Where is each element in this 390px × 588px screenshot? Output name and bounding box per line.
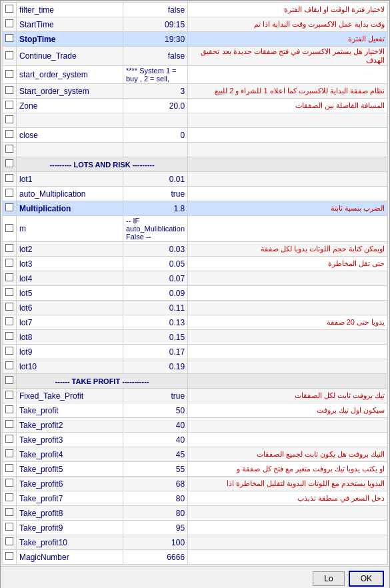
row-value[interactable]: 100 xyxy=(123,535,188,550)
row-value[interactable]: 55 xyxy=(123,462,188,477)
row-name: m xyxy=(17,216,123,242)
row-check[interactable] xyxy=(3,242,17,257)
row-check[interactable] xyxy=(3,99,17,113)
row-check[interactable] xyxy=(3,157,17,172)
row-comment: تفعيل الفترة xyxy=(188,32,388,47)
row-check[interactable] xyxy=(3,201,17,216)
row-comment: وقت بداية عمل الاكسبرت وقت البداية اذا ت… xyxy=(188,17,388,32)
row-check[interactable] xyxy=(3,187,17,201)
row-check[interactable] xyxy=(3,315,17,330)
row-name xyxy=(17,113,123,128)
row-name: Zone xyxy=(17,99,123,113)
row-comment: يدويا حتى 20 صفقة xyxy=(188,315,388,330)
row-check[interactable] xyxy=(3,330,17,345)
row-check[interactable] xyxy=(3,491,17,506)
row-value[interactable]: 0.09 xyxy=(123,286,188,301)
row-value[interactable]: 95 xyxy=(123,521,188,535)
row-comment xyxy=(188,359,388,374)
row-value[interactable] xyxy=(123,113,188,128)
params-table: filter_time false لاختيار فترة الوقت او … xyxy=(2,2,388,565)
row-check[interactable] xyxy=(3,143,17,157)
row-check[interactable] xyxy=(3,535,17,550)
row-check[interactable] xyxy=(3,462,17,477)
row-check[interactable] xyxy=(3,301,17,315)
row-value[interactable]: 40 xyxy=(123,433,188,447)
row-value[interactable] xyxy=(123,143,188,157)
row-check[interactable] xyxy=(3,345,17,359)
row-comment xyxy=(188,345,388,359)
row-value[interactable]: 50 xyxy=(123,403,188,418)
row-name: start_order_system xyxy=(17,66,123,84)
row-check[interactable] xyxy=(3,521,17,535)
row-check[interactable] xyxy=(3,84,17,99)
row-check[interactable] xyxy=(3,32,17,47)
row-value[interactable]: 0 xyxy=(123,128,188,143)
row-value[interactable]: 6666 xyxy=(123,550,188,565)
row-value[interactable]: false xyxy=(123,3,188,17)
row-check[interactable] xyxy=(3,389,17,403)
row-check[interactable] xyxy=(3,257,17,271)
row-check[interactable] xyxy=(3,113,17,128)
row-value[interactable]: 0.11 xyxy=(123,301,188,315)
row-value[interactable]: 0.19 xyxy=(123,359,188,374)
row-name: Take_profit5 xyxy=(17,462,123,477)
row-check[interactable] xyxy=(3,66,17,84)
row-check[interactable] xyxy=(3,17,17,32)
row-check[interactable] xyxy=(3,286,17,301)
row-check[interactable] xyxy=(3,433,17,447)
row-value[interactable]: 80 xyxy=(123,491,188,506)
row-value[interactable]: 0.17 xyxy=(123,345,188,359)
row-name: lot8 xyxy=(17,330,123,345)
row-value[interactable]: 80 xyxy=(123,506,188,521)
row-value[interactable]: true xyxy=(123,389,188,403)
row-comment xyxy=(188,418,388,433)
row-value[interactable]: 0.07 xyxy=(123,271,188,286)
row-value[interactable]: false xyxy=(123,47,188,66)
row-check[interactable] xyxy=(3,418,17,433)
row-value[interactable]: 0.15 xyxy=(123,330,188,345)
ok-button[interactable]: OK xyxy=(349,571,384,587)
row-check[interactable] xyxy=(3,374,17,389)
row-value[interactable]: 3 xyxy=(123,84,188,99)
row-value[interactable]: 19:30 xyxy=(123,32,188,47)
row-check[interactable] xyxy=(3,403,17,418)
row-name: Take_profit10 xyxy=(17,535,123,550)
row-value[interactable]: 0.03 xyxy=(123,242,188,257)
row-comment: او يكتب يدويا تيك بروفت متغير مع فتح كل … xyxy=(188,462,388,477)
row-name: auto_Multiplication xyxy=(17,187,123,201)
row-check[interactable] xyxy=(3,271,17,286)
row-comment xyxy=(188,521,388,535)
row-comment xyxy=(188,286,388,301)
row-value[interactable]: 45 xyxy=(123,447,188,462)
footer: Lo OK xyxy=(1,566,389,588)
row-name: close xyxy=(17,128,123,143)
row-check[interactable] xyxy=(3,506,17,521)
row-check[interactable] xyxy=(3,447,17,462)
row-check[interactable] xyxy=(3,172,17,187)
row-value[interactable]: **** System 1 = buy , 2 = sell, xyxy=(123,66,188,84)
row-comment: اويمكن كتابة حجم اللوتات يدويا لكل صفقة xyxy=(188,242,388,257)
row-value[interactable]: true xyxy=(123,187,188,201)
lo-button[interactable]: Lo xyxy=(313,571,344,586)
row-check[interactable] xyxy=(3,3,17,17)
row-comment: سيكون اول تيك بروفت xyxy=(188,403,388,418)
row-value[interactable]: 0.01 xyxy=(123,172,188,187)
row-value[interactable]: 0.05 xyxy=(123,257,188,271)
row-value[interactable]: 20.0 xyxy=(123,99,188,113)
row-value[interactable]: -- IF auto_Muliblication False -- xyxy=(123,216,188,242)
row-check[interactable] xyxy=(3,550,17,565)
row-value[interactable]: 0.13 xyxy=(123,315,188,330)
row-check[interactable] xyxy=(3,216,17,242)
row-check[interactable] xyxy=(3,477,17,491)
row-comment xyxy=(188,535,388,550)
row-value[interactable]: 1.8 xyxy=(123,201,188,216)
row-value[interactable]: 40 xyxy=(123,418,188,433)
row-value[interactable]: 68 xyxy=(123,477,188,491)
row-name: lot7 xyxy=(17,315,123,330)
row-check[interactable] xyxy=(3,47,17,66)
row-check[interactable] xyxy=(3,359,17,374)
row-comment xyxy=(188,433,388,447)
row-check[interactable] xyxy=(3,128,17,143)
row-name: lot9 xyxy=(17,345,123,359)
row-value[interactable]: 09:15 xyxy=(123,17,188,32)
